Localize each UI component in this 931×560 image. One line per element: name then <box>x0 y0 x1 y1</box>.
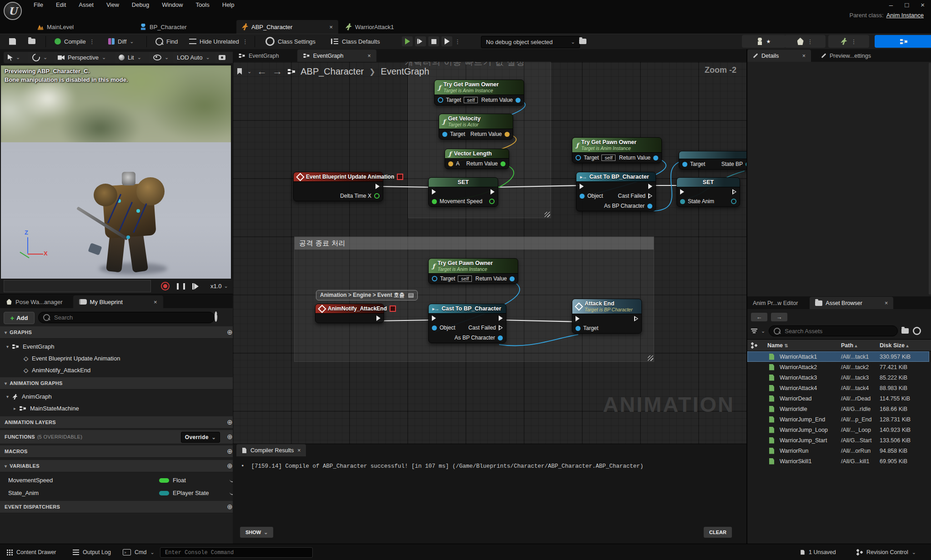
column-path[interactable]: Path ▴ <box>841 342 857 349</box>
graph-item-event-update[interactable]: ◇ Event Blueprint Update Animation <box>0 353 256 364</box>
compile-button[interactable]: Compile ⋮ <box>52 35 98 47</box>
pin-exec-in[interactable] <box>680 189 684 195</box>
animation-mode-button[interactable]: ⋮ <box>828 35 869 48</box>
variable-row-movementspeed[interactable]: MovementSpeed Float <box>0 475 241 486</box>
column-disk-size[interactable]: Disk Size ▴ <box>880 342 908 349</box>
node-event-blueprint-update-animation[interactable]: Event Blueprint Update Animation Delta T… <box>293 172 383 201</box>
self-field[interactable]: self <box>464 97 478 103</box>
pin-target[interactable] <box>442 132 447 137</box>
pin-exec-out[interactable] <box>376 315 380 321</box>
pin-target[interactable] <box>576 326 581 331</box>
add-macro-button[interactable]: ⊕ <box>227 447 233 455</box>
node-comment-bubble[interactable]: Animation > Engine > Event 호출 <box>316 290 418 300</box>
asset-row[interactable]: WarriorDead/All/...rDead114.755 KiB <box>747 393 929 404</box>
pin-return-value[interactable] <box>505 132 510 137</box>
menu-asset[interactable]: Asset <box>72 0 100 11</box>
my-blueprint-search[interactable] <box>38 312 215 323</box>
play-options-icon[interactable]: ⋮ <box>455 38 460 45</box>
pin-target[interactable] <box>576 155 581 160</box>
tab-asset-browser[interactable]: Asset Browser × <box>810 297 893 309</box>
timeline-area[interactable] <box>4 280 151 292</box>
pin-cast-failed[interactable] <box>648 193 652 199</box>
menu-debug[interactable]: Debug <box>125 0 155 11</box>
pin-target[interactable] <box>432 276 437 281</box>
node-get-velocity[interactable]: ƒ Get Velocity Target is Actor Target Re… <box>439 114 513 140</box>
step-forward-button[interactable] <box>194 283 199 290</box>
menu-tools[interactable]: Tools <box>189 0 215 11</box>
menu-window[interactable]: Window <box>155 0 189 11</box>
cmd-button[interactable]: > Cmd ⌄ <box>119 547 158 558</box>
section-macros[interactable]: MACROS ⊕ <box>0 445 237 458</box>
compile-options-icon[interactable]: ⋮ <box>89 38 95 45</box>
revision-control-button[interactable]: Revision Control ⌄ <box>853 547 920 558</box>
asset-search[interactable] <box>769 325 898 336</box>
skeleton-mode-button[interactable]: ★ <box>742 35 786 48</box>
viewport-transform-tool[interactable]: ⌄ <box>28 52 57 63</box>
node-attack-end[interactable]: Attack End Target is BP Character Target <box>572 299 642 334</box>
compiler-message-text[interactable]: [7159.14] Compile of ABP_Character succe… <box>251 463 644 470</box>
content-drawer-button[interactable]: Content Drawer <box>3 547 60 558</box>
pin-object[interactable] <box>580 194 585 199</box>
skip-button[interactable] <box>441 36 452 46</box>
asset-back-button[interactable]: ← <box>751 313 767 321</box>
pin-value-in[interactable] <box>680 199 685 204</box>
pin-value-in[interactable] <box>432 199 437 204</box>
asset-forward-button[interactable]: → <box>771 313 787 321</box>
debug-browse-button[interactable] <box>576 35 589 47</box>
pin-exec-out[interactable] <box>648 184 652 189</box>
pause-button[interactable] <box>177 283 185 290</box>
folder-icon[interactable] <box>901 328 909 334</box>
hide-unrelated-button[interactable]: Hide Unrelated ⋮ <box>186 35 251 47</box>
tab-close-icon[interactable]: × <box>802 53 806 59</box>
details-scrollbar[interactable] <box>929 63 931 295</box>
save-button[interactable] <box>6 35 19 47</box>
pin-return-value[interactable] <box>510 276 515 281</box>
tab-pose-watch-manager[interactable]: Pose Wa...anager <box>0 295 69 308</box>
pin-exec-in[interactable] <box>576 316 580 321</box>
asset-row[interactable]: WarriorJump_Loop/All/..._Loop140.923 KiB <box>747 425 929 435</box>
menu-help[interactable]: Help <box>216 0 241 11</box>
pin-exec-out[interactable] <box>375 184 380 189</box>
tab-my-blueprint[interactable]: My Blueprint × <box>73 295 163 308</box>
step-frame-button[interactable] <box>415 36 426 46</box>
asset-row[interactable]: WarriorAttack2/All/...tack277.421 KiB <box>747 362 929 372</box>
tab-close-icon[interactable]: × <box>329 24 333 30</box>
add-graph-button[interactable]: ⊕ <box>227 328 233 336</box>
pin-as-bp-character[interactable] <box>498 335 503 340</box>
graph-item-eventgraph[interactable]: ▾ EventGraph <box>0 341 239 352</box>
pin-return-value[interactable] <box>653 155 658 160</box>
stop-button[interactable] <box>428 36 439 46</box>
pin-value-out[interactable] <box>731 199 736 204</box>
node-state-bp-partial[interactable]: Target State BP <box>679 151 746 170</box>
self-field[interactable]: self <box>458 275 472 282</box>
show-dropdown-button[interactable]: SHOW ⌄ <box>240 527 273 538</box>
tab-bp-character[interactable]: BP_Character <box>135 20 192 34</box>
item-animgraph[interactable]: ▾ AnimGraph <box>0 391 239 402</box>
unsaved-button[interactable]: 1 Unsaved <box>796 547 840 558</box>
diff-button[interactable]: Diff ⌄ <box>105 35 136 47</box>
add-event-dispatcher-button[interactable]: ⊕ <box>227 503 233 511</box>
asset-row[interactable]: WarriorAttack4/All/...tack488.983 KiB <box>747 383 929 393</box>
menu-view[interactable]: View <box>100 0 125 11</box>
hide-unrelated-options-icon[interactable]: ⋮ <box>242 38 248 45</box>
section-event-dispatchers[interactable]: EVENT DISPATCHERS ⊕ <box>0 501 237 513</box>
tab-compiler-results[interactable]: Compiler Results × <box>236 444 306 456</box>
browse-button[interactable] <box>25 35 38 47</box>
pin-value-out[interactable] <box>489 199 495 204</box>
override-dropdown[interactable]: Override ⌄ <box>181 432 220 443</box>
console-input[interactable] <box>164 549 309 556</box>
tab-close-icon[interactable]: × <box>154 299 157 305</box>
node-try-get-pawn-owner-2[interactable]: ƒ Try Get Pawn Owner Target is Anim Inst… <box>572 137 662 163</box>
pin-target[interactable] <box>438 97 443 103</box>
add-button[interactable]: + Add <box>4 312 35 324</box>
item-mainstatemachine[interactable]: ▸ MainStateMachine <box>0 403 246 414</box>
menu-edit[interactable]: Edit <box>50 0 72 11</box>
note-pin-icon[interactable] <box>408 293 414 298</box>
panel-settings-button[interactable] <box>215 313 217 321</box>
class-defaults-button[interactable]: Class Defaults <box>328 35 383 47</box>
viewport-screenshot-menu[interactable] <box>215 52 234 63</box>
close-button[interactable]: × <box>921 1 925 9</box>
tab-close-icon[interactable]: × <box>885 300 888 306</box>
asset-row[interactable]: WarriorIdle/All/G...rIdle168.66 KiB <box>747 404 929 414</box>
node-cast-to-bp-character-2[interactable]: ▸→ Cast To BP_Character Object Cast Fail… <box>428 304 506 343</box>
